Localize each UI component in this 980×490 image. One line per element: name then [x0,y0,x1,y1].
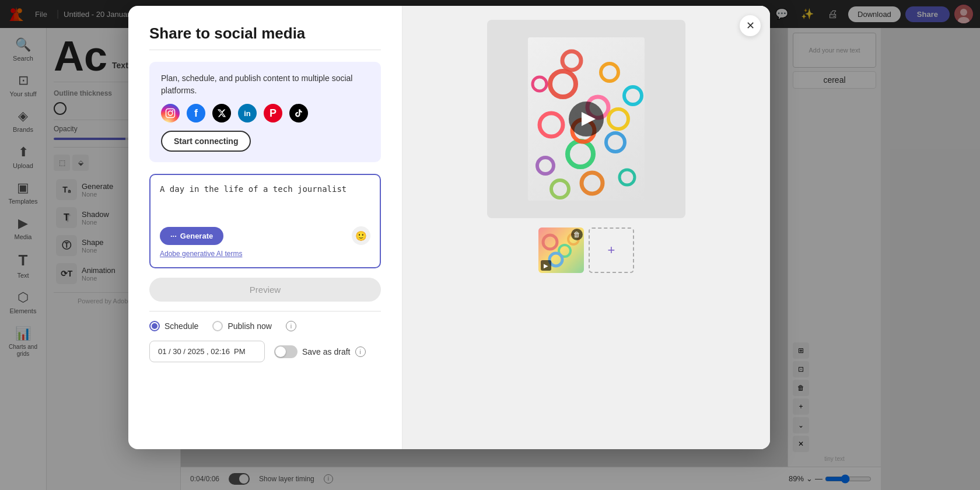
svg-point-18 [568,141,593,167]
modal-right-panel: 🗑 ▶ + [402,6,770,449]
svg-point-24 [608,109,628,129]
pinterest-icon[interactable]: P [264,104,282,123]
social-icons-row: f in P [161,104,369,123]
generate-label: Generate [180,232,213,240]
modal-title: Share to social media [149,24,381,43]
datetime-input[interactable] [149,341,265,362]
svg-point-13 [172,110,173,111]
preview-thumbnails: 🗑 ▶ + [538,228,634,273]
modal-promo-block: Plan, schedule, and publish content to m… [149,62,381,162]
schedule-option[interactable]: Schedule [149,321,198,331]
svg-point-22 [620,170,635,185]
svg-point-28 [551,180,569,198]
schedule-radio[interactable] [149,321,160,331]
publish-now-label: Publish now [228,321,272,331]
save-draft-label: Save as draft [302,347,351,356]
emoji-button[interactable]: 🙂 [352,226,370,245]
svg-point-14 [550,71,576,97]
modal-promo-text: Plan, schedule, and publish content to m… [161,72,369,97]
publish-now-radio[interactable] [212,321,223,331]
svg-point-21 [582,173,603,194]
instagram-icon[interactable] [161,104,180,123]
svg-point-19 [606,133,625,152]
schedule-label: Schedule [164,321,198,331]
save-draft-row: Save as draft i [274,345,366,358]
svg-point-12 [168,111,173,116]
svg-point-20 [537,158,554,174]
svg-point-25 [533,77,547,91]
caption-input[interactable]: A day in the life of a tech journalist [160,184,370,219]
ai-terms-link[interactable]: Adobe generative AI terms [160,250,370,258]
publish-info-icon[interactable]: i [286,321,296,331]
tiktok-icon[interactable] [289,104,308,123]
draft-info-icon[interactable]: i [355,346,366,357]
save-draft-toggle[interactable] [274,345,298,358]
thumb-video-icon: ▶ [541,260,551,271]
facebook-icon[interactable]: f [187,104,205,123]
modal-divider-2 [149,311,381,312]
preview-cereal-bg [528,37,645,201]
svg-point-26 [624,87,642,104]
cereal-svg [528,37,645,201]
svg-point-23 [562,51,581,70]
preview-button[interactable]: Preview [149,278,381,302]
linkedin-icon[interactable]: in [238,104,257,123]
datetime-row: Save as draft i [149,341,381,362]
caption-box: A day in the life of a tech journalist ·… [149,174,381,268]
caption-actions: ··· Generate 🙂 [160,226,370,245]
preview-video-container [487,20,685,218]
modal-left-panel: Share to social media Plan, schedule, an… [128,6,402,449]
modal-close-button[interactable]: ✕ [740,15,761,36]
svg-point-17 [601,64,618,81]
svg-rect-11 [166,109,175,118]
generate-button[interactable]: ··· Generate [160,227,223,245]
thumb-delete-icon[interactable]: 🗑 [571,229,583,240]
svg-point-16 [540,113,563,136]
twitter-icon[interactable] [212,104,231,123]
add-media-button[interactable]: + [589,228,634,273]
publish-now-option[interactable]: Publish now [212,321,272,331]
modal-divider-1 [149,50,381,50]
share-modal: ✕ Share to social media Plan, schedule, … [128,6,770,449]
publish-options: Schedule Publish now i [149,321,381,331]
start-connecting-button[interactable]: Start connecting [161,131,251,152]
preview-thumb-1[interactable]: 🗑 ▶ [538,228,584,273]
generate-dots-icon: ··· [170,232,177,240]
